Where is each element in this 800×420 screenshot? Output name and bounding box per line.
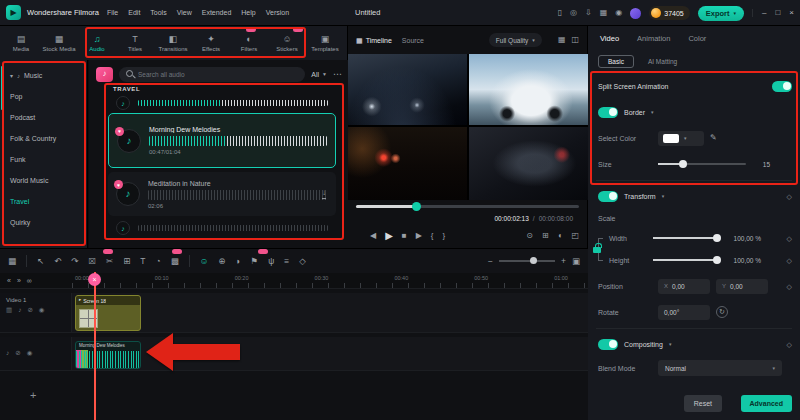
close-button[interactable]: × [789,9,794,17]
menu-extended[interactable]: Extended [202,9,232,16]
advanced-button[interactable]: Advanced [741,395,792,412]
avatar[interactable] [630,8,641,19]
export-caret-icon[interactable]: ▾ [734,11,737,16]
maximize-button[interactable]: □ [775,9,780,17]
project-title[interactable]: Untitled [355,8,380,17]
menu-version[interactable]: Version [266,9,289,16]
download-icon[interactable]: ↓ [322,189,326,199]
playhead-handle[interactable]: × [88,273,101,286]
caret-down-icon[interactable]: ▾ [662,194,665,199]
menu-tools[interactable]: Tools [150,9,166,16]
seek-bar[interactable] [356,205,579,208]
undo-icon[interactable]: ↶ [54,257,61,266]
tab-stickers[interactable]: ☺Stickers [268,35,306,52]
import-icon[interactable]: ⇩ [585,9,592,17]
screen-record-icon[interactable]: ◉ [615,9,622,17]
sidebar-item-world-music[interactable]: World Music [10,170,87,191]
subtab-ai-matting[interactable]: AI Matting [642,56,683,67]
tab-templates[interactable]: ▣Templates [306,35,344,52]
marker-icon[interactable]: ⚑ [251,257,259,266]
tab-timeline-view[interactable]: ▦ Timeline [356,37,392,44]
compositing-toggle[interactable] [598,339,618,350]
tab-audio[interactable]: ♫Audio [78,35,116,52]
playhead[interactable] [94,272,96,420]
more-options-button[interactable]: ⋯ [333,70,342,79]
previous-frame-button[interactable]: ◀ [370,232,376,240]
rotate-field[interactable]: 0,00° [658,305,710,320]
transform-toggle[interactable] [598,191,618,202]
fullscreen-button[interactable]: ◰ [571,232,579,240]
keyframe-icon[interactable]: ◇ [787,193,792,200]
position-x-field[interactable]: X 0,00 [658,279,710,294]
export-button[interactable]: Export ▾ [698,6,744,21]
voiceover-mic-icon[interactable]: ψ [268,257,274,266]
track-visibility-icon[interactable]: ◉ [39,307,45,314]
stop-button[interactable]: ■ [402,232,407,240]
menu-file[interactable]: File [107,9,118,16]
sidebar-item-quirky[interactable]: Quirky [10,212,87,233]
collapse-left-icon[interactable]: « [7,277,11,284]
track-lock-icon[interactable]: ⊘ [15,350,20,357]
keyframe-icon[interactable]: ◇ [787,341,792,348]
search-box[interactable] [119,67,305,82]
track-mute-icon[interactable]: ♪ [6,350,9,357]
workspace-icon[interactable]: ▦ [600,9,608,17]
sidebar-scrollbar[interactable] [1,66,3,110]
keyframe-icon[interactable]: ◇ [787,235,792,242]
speed-icon[interactable]: ◔ [155,257,160,266]
mask-icon[interactable]: ◗ [235,257,240,266]
timeline-audio-clip[interactable]: Morning Dew Melodies [75,341,141,369]
height-slider[interactable] [653,259,717,261]
tab-media[interactable]: ▤Media [2,35,40,52]
sidebar-item-folk-country[interactable]: Folk & Country [10,128,87,149]
tab-video[interactable]: Video [600,34,619,43]
layout-icon[interactable]: ▦ [8,257,16,266]
video-track-lane[interactable] [72,293,588,333]
filter-all-dropdown[interactable]: All ▼ [311,71,327,78]
menu-edit[interactable]: Edit [128,9,140,16]
size-slider[interactable] [658,163,746,165]
link-icon[interactable]: ∞ [27,277,32,284]
volume-button[interactable]: ◖ [558,232,563,240]
notifications-icon[interactable]: ◎ [570,9,577,17]
tab-color[interactable]: Color [688,34,706,43]
menu-view[interactable]: View [177,9,192,16]
delete-icon[interactable]: ☒ [88,257,96,266]
blend-mode-dropdown[interactable]: Normal ▾ [658,360,782,376]
waveform[interactable] [149,136,327,146]
border-toggle[interactable] [598,107,618,118]
audio-track-lane[interactable] [72,337,588,371]
keyframe-icon[interactable]: ◇ [299,257,306,266]
rotate-dial-icon[interactable]: ↻ [716,306,728,318]
crop-icon[interactable]: ⊞ [123,257,130,266]
tab-source-view[interactable]: Source [402,37,424,44]
fit-timeline-icon[interactable]: ▣ [572,257,580,266]
split-view-icon[interactable]: ◫ [571,36,579,44]
search-input[interactable] [138,71,250,78]
add-track-button[interactable]: + [30,389,36,401]
zoom-knob[interactable] [530,257,537,264]
timeline-ruler[interactable]: 00:00 00:10 00:20 00:30 00:40 00:50 01:0… [72,273,588,289]
track-mute-icon[interactable]: ♪ [18,307,21,314]
tab-titles[interactable]: TTitles [116,35,154,52]
timeline-video-clip[interactable]: ▸ Screen 18 [75,295,141,331]
zoom-in-icon[interactable]: + [561,257,566,266]
audio-mixer-icon[interactable]: ≡ [284,257,289,266]
audio-list-item[interactable]: ♪ ♥ Meditation in Nature 02:06 ↓ [108,172,336,216]
zoom-out-icon[interactable]: − [488,257,493,266]
keyframe-icon[interactable]: ◇ [787,283,792,290]
quality-dropdown[interactable]: Full Quality ▾ [489,33,542,47]
mark-out-button[interactable]: } [443,232,446,240]
sidebar-item-music[interactable]: ▾ ♪ Music [10,65,87,86]
motion-track-icon[interactable]: ⊕ [218,257,225,266]
color-swatch-dropdown[interactable]: ▾ [658,131,704,146]
collapse-right-icon[interactable]: » [17,277,21,284]
link-dimensions-lock-icon[interactable] [593,247,601,253]
seek-knob[interactable] [412,202,421,211]
tab-stock-media[interactable]: ▦Stock Media [40,35,78,52]
pointer-tool-icon[interactable]: ↖ [37,257,44,266]
tab-animation[interactable]: Animation [637,34,670,43]
eyedropper-icon[interactable]: ✎ [710,134,717,142]
subtab-basic[interactable]: Basic [598,55,634,68]
sidebar-item-travel[interactable]: Travel [10,191,87,212]
